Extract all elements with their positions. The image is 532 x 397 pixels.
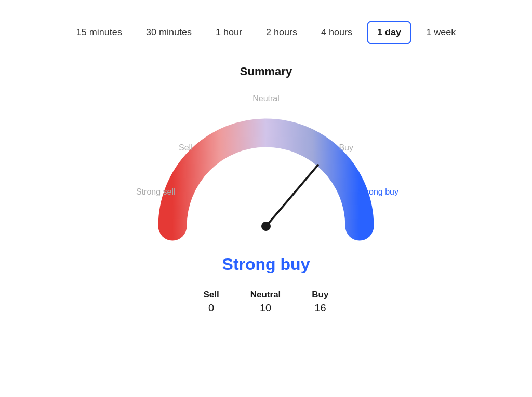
- time-filter-2h[interactable]: 2 hours: [257, 22, 307, 43]
- stat-buy: Buy16: [312, 290, 328, 314]
- stat-value-neutral: 10: [260, 302, 271, 314]
- label-sell: Sell: [179, 143, 193, 153]
- time-filter-1d[interactable]: 1 day: [367, 21, 411, 44]
- label-strong-buy: Strong buy: [358, 187, 398, 197]
- stat-neutral: Neutral10: [250, 290, 281, 314]
- time-filter-bar: 15 minutes30 minutes1 hour2 hours4 hours…: [67, 21, 465, 44]
- stat-sell: Sell0: [204, 290, 219, 314]
- time-filter-1h[interactable]: 1 hour: [206, 22, 251, 43]
- stat-label-sell: Sell: [204, 290, 219, 300]
- stat-label-buy: Buy: [312, 290, 328, 300]
- time-filter-15min[interactable]: 15 minutes: [67, 22, 131, 43]
- label-buy: Buy: [339, 143, 353, 153]
- time-filter-1w[interactable]: 1 week: [417, 22, 465, 43]
- label-strong-sell: Strong sell: [136, 187, 176, 197]
- summary-section: Summary: [84, 65, 448, 314]
- stat-value-sell: 0: [208, 302, 214, 314]
- stat-value-buy: 16: [314, 302, 326, 314]
- time-filter-4h[interactable]: 4 hours: [312, 22, 362, 43]
- time-filter-30min[interactable]: 30 minutes: [137, 22, 201, 43]
- stat-label-neutral: Neutral: [250, 290, 281, 300]
- stats-row: Sell0Neutral10Buy16: [204, 290, 329, 314]
- gauge-container: Neutral Sell Buy Strong sell Strong buy: [131, 89, 401, 244]
- summary-title: Summary: [240, 65, 292, 78]
- gauge-labels: Neutral Sell Buy Strong sell Strong buy: [131, 89, 401, 244]
- label-neutral: Neutral: [252, 94, 280, 103]
- gauge-result: Strong buy: [222, 255, 310, 274]
